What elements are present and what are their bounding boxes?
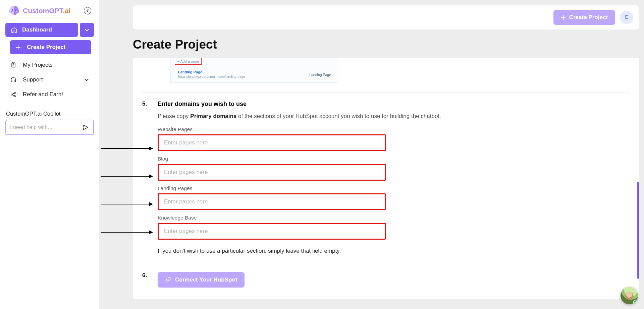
demo-lp-right: Landing Page <box>309 73 331 77</box>
demo-lp-url: https://landing.yourdomain.com/landing-p… <box>178 75 245 78</box>
clipboard-icon <box>10 62 17 68</box>
annotation-arrow <box>101 148 153 149</box>
field-label-blog: Blog <box>158 156 630 162</box>
share-nodes-icon <box>10 91 17 98</box>
sidebar-item-label: Refer and Earn! <box>23 91 63 98</box>
hubspot-demo-image: + Add a page Landing Page https://landin… <box>170 58 338 83</box>
chevron-down-icon <box>84 27 90 33</box>
step-6: 6. Connect Your HubSpot <box>142 272 630 288</box>
demo-add-page: + Add a page <box>175 58 202 65</box>
sidebar-item-label: Support <box>23 76 43 83</box>
field-label-knowledge-base: Knowledge Base <box>158 215 630 221</box>
content-panel: + Add a page Landing Page https://landin… <box>133 58 639 299</box>
step-description: Please copy Primary domains of the secti… <box>158 113 630 120</box>
dashboard-button[interactable]: Dashboard <box>5 23 78 37</box>
field-label-website-pages: Website Pages <box>158 126 630 132</box>
annotation-arrow <box>101 232 153 233</box>
copilot-label: CustomGPT.ai Copilot <box>5 111 94 120</box>
brain-icon <box>8 5 20 17</box>
plus-icon <box>15 45 21 50</box>
topbar-create-label: Create Project <box>569 14 608 21</box>
chat-widget[interactable] <box>621 287 638 304</box>
landing-pages-input[interactable] <box>158 193 386 210</box>
scrollbar[interactable] <box>637 182 639 279</box>
connect-hubspot-button[interactable]: Connect Your HubSpot <box>158 272 245 288</box>
divider <box>142 92 630 92</box>
send-icon[interactable] <box>82 124 89 131</box>
page-title: Create Project <box>133 38 639 52</box>
website-pages-input[interactable] <box>158 134 386 151</box>
sidebar-item-label: My Projects <box>23 62 53 68</box>
annotation-arrow <box>101 176 153 177</box>
sidebar: CustomGPT.ai Dashboard Create Project My… <box>0 0 99 309</box>
sidebar-item-refer[interactable]: Refer and Earn! <box>5 87 94 102</box>
knowledge-base-input[interactable] <box>158 223 386 240</box>
chevron-down-icon <box>84 77 89 82</box>
dashboard-label: Dashboard <box>22 26 52 33</box>
main: Create Project C Create Project + Add a … <box>99 0 644 309</box>
plus-icon <box>561 15 566 20</box>
dashboard-expand-button[interactable] <box>80 23 94 37</box>
copilot-input[interactable] <box>10 124 82 130</box>
home-icon <box>11 26 17 33</box>
blog-input[interactable] <box>158 164 386 181</box>
sidebar-item-support[interactable]: Support <box>5 72 94 87</box>
avatar[interactable]: C <box>620 11 633 24</box>
step-title: Enter domains you wish to use <box>158 101 630 108</box>
sidebar-item-my-projects[interactable]: My Projects <box>5 58 94 72</box>
link-icon <box>165 277 171 283</box>
divider <box>142 264 630 264</box>
annotation-arrow <box>101 204 153 204</box>
create-project-label: Create Project <box>27 44 65 51</box>
demo-lp-title: Landing Page <box>178 70 202 74</box>
step-5: 5. Enter domains you wish to use Please … <box>142 101 630 254</box>
step-note: If you don't wish to use a particular se… <box>158 248 630 254</box>
collapse-sidebar-button[interactable] <box>84 7 91 14</box>
connect-label: Connect Your HubSpot <box>175 276 237 283</box>
headset-icon <box>10 76 17 83</box>
brand-logo[interactable]: CustomGPT.ai <box>8 5 70 17</box>
step-number: 5. <box>142 101 148 254</box>
copilot-input-wrap <box>5 120 94 135</box>
field-label-landing-pages: Landing Pages <box>158 185 630 191</box>
step-number: 6. <box>142 272 148 288</box>
brand-name: CustomGPT.ai <box>23 7 70 15</box>
sidebar-create-project-button[interactable]: Create Project <box>10 40 91 54</box>
topbar-create-project-button[interactable]: Create Project <box>553 10 615 25</box>
topbar: Create Project C <box>133 5 639 29</box>
